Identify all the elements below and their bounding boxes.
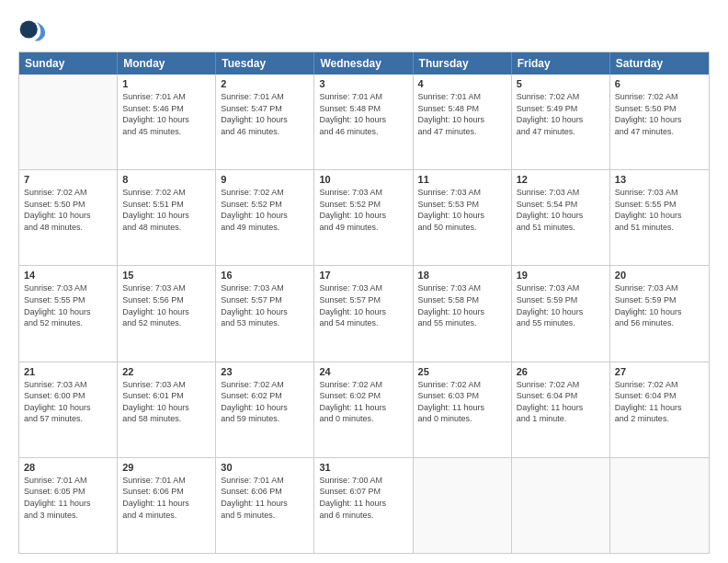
day-info: Sunrise: 7:03 AM Sunset: 5:54 PM Dayligh…: [517, 187, 605, 233]
calendar-cell: 23Sunrise: 7:02 AM Sunset: 6:02 PM Dayli…: [216, 362, 314, 457]
day-info: Sunrise: 7:02 AM Sunset: 6:03 PM Dayligh…: [418, 379, 506, 425]
calendar-cell: 25Sunrise: 7:02 AM Sunset: 6:03 PM Dayli…: [414, 362, 512, 457]
calendar-row: 21Sunrise: 7:03 AM Sunset: 6:00 PM Dayli…: [19, 362, 709, 457]
day-info: Sunrise: 7:03 AM Sunset: 5:59 PM Dayligh…: [517, 282, 605, 328]
day-info: Sunrise: 7:01 AM Sunset: 5:48 PM Dayligh…: [418, 91, 506, 137]
day-info: Sunrise: 7:01 AM Sunset: 5:48 PM Dayligh…: [319, 91, 407, 137]
day-number: 20: [615, 270, 704, 281]
day-info: Sunrise: 7:02 AM Sunset: 5:50 PM Dayligh…: [615, 91, 704, 137]
calendar-cell: 3Sunrise: 7:01 AM Sunset: 5:48 PM Daylig…: [314, 75, 413, 169]
calendar-cell: 30Sunrise: 7:01 AM Sunset: 6:06 PM Dayli…: [216, 458, 314, 553]
calendar-cell: 17Sunrise: 7:03 AM Sunset: 5:57 PM Dayli…: [314, 266, 413, 361]
calendar-cell: 13Sunrise: 7:03 AM Sunset: 5:55 PM Dayli…: [610, 170, 709, 265]
calendar-cell: 16Sunrise: 7:03 AM Sunset: 5:57 PM Dayli…: [216, 266, 314, 361]
calendar-cell: 12Sunrise: 7:03 AM Sunset: 5:54 PM Dayli…: [512, 170, 610, 265]
calendar-cell: [512, 458, 610, 553]
day-info: Sunrise: 7:02 AM Sunset: 6:02 PM Dayligh…: [221, 379, 309, 425]
day-info: Sunrise: 7:02 AM Sunset: 6:04 PM Dayligh…: [517, 379, 605, 425]
calendar-header-day: Sunday: [19, 52, 118, 75]
day-info: Sunrise: 7:01 AM Sunset: 6:05 PM Dayligh…: [24, 475, 112, 521]
calendar-cell: 18Sunrise: 7:03 AM Sunset: 5:58 PM Dayli…: [414, 266, 512, 361]
calendar-cell: 29Sunrise: 7:01 AM Sunset: 6:06 PM Dayli…: [118, 458, 216, 553]
day-number: 11: [418, 174, 506, 185]
calendar-cell: 14Sunrise: 7:03 AM Sunset: 5:55 PM Dayli…: [19, 266, 118, 361]
day-number: 14: [24, 270, 112, 281]
day-info: Sunrise: 7:03 AM Sunset: 5:56 PM Dayligh…: [122, 282, 210, 328]
calendar-cell: 6Sunrise: 7:02 AM Sunset: 5:50 PM Daylig…: [610, 75, 709, 169]
day-number: 7: [24, 174, 112, 185]
calendar-cell: 31Sunrise: 7:00 AM Sunset: 6:07 PM Dayli…: [314, 458, 413, 553]
calendar-cell: 8Sunrise: 7:02 AM Sunset: 5:51 PM Daylig…: [118, 170, 216, 265]
day-info: Sunrise: 7:02 AM Sunset: 5:50 PM Dayligh…: [24, 187, 112, 233]
day-number: 3: [319, 78, 407, 89]
day-number: 19: [517, 270, 605, 281]
day-number: 23: [221, 366, 309, 377]
calendar-row: 1Sunrise: 7:01 AM Sunset: 5:46 PM Daylig…: [19, 75, 709, 169]
calendar-cell: 2Sunrise: 7:01 AM Sunset: 5:47 PM Daylig…: [216, 75, 314, 169]
calendar-cell: 11Sunrise: 7:03 AM Sunset: 5:53 PM Dayli…: [414, 170, 512, 265]
calendar-body: 1Sunrise: 7:01 AM Sunset: 5:46 PM Daylig…: [19, 75, 709, 553]
logo-icon: [18, 15, 48, 44]
day-info: Sunrise: 7:02 AM Sunset: 5:52 PM Dayligh…: [221, 187, 309, 233]
calendar-header-day: Wednesday: [314, 52, 413, 75]
day-info: Sunrise: 7:03 AM Sunset: 5:59 PM Dayligh…: [615, 282, 704, 328]
day-number: 2: [221, 78, 309, 89]
calendar-cell: 20Sunrise: 7:03 AM Sunset: 5:59 PM Dayli…: [610, 266, 709, 361]
day-number: 15: [122, 270, 210, 281]
calendar-cell: 7Sunrise: 7:02 AM Sunset: 5:50 PM Daylig…: [19, 170, 118, 265]
calendar: SundayMondayTuesdayWednesdayThursdayFrid…: [18, 52, 710, 554]
calendar-cell: [19, 75, 118, 169]
day-info: Sunrise: 7:01 AM Sunset: 5:46 PM Dayligh…: [122, 91, 210, 137]
calendar-cell: 9Sunrise: 7:02 AM Sunset: 5:52 PM Daylig…: [216, 170, 314, 265]
day-number: 1: [122, 78, 210, 89]
day-info: Sunrise: 7:02 AM Sunset: 5:51 PM Dayligh…: [122, 187, 210, 233]
day-number: 16: [221, 270, 309, 281]
calendar-row: 7Sunrise: 7:02 AM Sunset: 5:50 PM Daylig…: [19, 169, 709, 265]
calendar-cell: 24Sunrise: 7:02 AM Sunset: 6:02 PM Dayli…: [314, 362, 413, 457]
day-number: 29: [122, 462, 210, 473]
day-info: Sunrise: 7:01 AM Sunset: 5:47 PM Dayligh…: [221, 91, 309, 137]
day-number: 24: [319, 366, 407, 377]
day-info: Sunrise: 7:02 AM Sunset: 6:04 PM Dayligh…: [615, 379, 704, 425]
calendar-cell: 15Sunrise: 7:03 AM Sunset: 5:56 PM Dayli…: [118, 266, 216, 361]
page: SundayMondayTuesdayWednesdayThursdayFrid…: [0, 0, 728, 563]
day-info: Sunrise: 7:03 AM Sunset: 5:55 PM Dayligh…: [615, 187, 704, 233]
calendar-cell: [610, 458, 709, 553]
day-number: 10: [319, 174, 407, 185]
calendar-cell: 1Sunrise: 7:01 AM Sunset: 5:46 PM Daylig…: [118, 75, 216, 169]
calendar-row: 28Sunrise: 7:01 AM Sunset: 6:05 PM Dayli…: [19, 457, 709, 553]
day-info: Sunrise: 7:03 AM Sunset: 5:52 PM Dayligh…: [319, 187, 407, 233]
day-info: Sunrise: 7:03 AM Sunset: 6:00 PM Dayligh…: [24, 379, 112, 425]
calendar-header-day: Saturday: [610, 52, 709, 75]
day-number: 26: [517, 366, 605, 377]
calendar-cell: 21Sunrise: 7:03 AM Sunset: 6:00 PM Dayli…: [19, 362, 118, 457]
calendar-cell: 27Sunrise: 7:02 AM Sunset: 6:04 PM Dayli…: [610, 362, 709, 457]
day-number: 18: [418, 270, 506, 281]
calendar-row: 14Sunrise: 7:03 AM Sunset: 5:55 PM Dayli…: [19, 265, 709, 361]
calendar-header: SundayMondayTuesdayWednesdayThursdayFrid…: [19, 52, 709, 75]
day-number: 8: [122, 174, 210, 185]
calendar-header-day: Tuesday: [216, 52, 314, 75]
calendar-header-day: Friday: [512, 52, 610, 75]
day-number: 30: [221, 462, 309, 473]
day-number: 25: [418, 366, 506, 377]
day-info: Sunrise: 7:01 AM Sunset: 6:06 PM Dayligh…: [122, 475, 210, 521]
header: [18, 15, 710, 44]
calendar-cell: 4Sunrise: 7:01 AM Sunset: 5:48 PM Daylig…: [414, 75, 512, 169]
svg-point-0: [20, 20, 38, 38]
day-number: 31: [319, 462, 407, 473]
day-info: Sunrise: 7:03 AM Sunset: 5:57 PM Dayligh…: [319, 282, 407, 328]
calendar-cell: 10Sunrise: 7:03 AM Sunset: 5:52 PM Dayli…: [314, 170, 413, 265]
day-number: 5: [517, 78, 605, 89]
day-number: 22: [122, 366, 210, 377]
calendar-cell: 5Sunrise: 7:02 AM Sunset: 5:49 PM Daylig…: [512, 75, 610, 169]
day-number: 13: [615, 174, 704, 185]
day-info: Sunrise: 7:03 AM Sunset: 5:58 PM Dayligh…: [418, 282, 506, 328]
calendar-cell: 26Sunrise: 7:02 AM Sunset: 6:04 PM Dayli…: [512, 362, 610, 457]
logo: [18, 15, 51, 44]
calendar-header-day: Thursday: [414, 52, 512, 75]
calendar-cell: 22Sunrise: 7:03 AM Sunset: 6:01 PM Dayli…: [118, 362, 216, 457]
day-info: Sunrise: 7:02 AM Sunset: 5:49 PM Dayligh…: [517, 91, 605, 137]
day-number: 21: [24, 366, 112, 377]
day-number: 27: [615, 366, 704, 377]
